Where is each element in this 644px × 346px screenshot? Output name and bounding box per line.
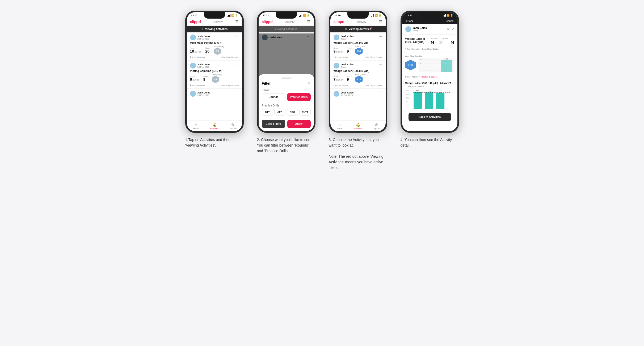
score-value-row-1: 10 OUT OF — [190, 49, 202, 53]
nav-home-1[interactable]: ⌂ Home — [187, 121, 205, 131]
user-name-2: Josh Coles — [197, 63, 210, 66]
score-label-3-1: Score — [334, 47, 343, 49]
banner-dimmed-2: Viewing Activities — [259, 26, 314, 32]
stat-quality-3-1: Shot Quality 130 — [355, 46, 365, 55]
close-modal-btn[interactable]: ✕ — [308, 81, 311, 86]
bar2-3 — [372, 15, 372, 17]
phone-column-3: 13:20 📶 🔋 clippd Ac — [326, 11, 390, 170]
battery-icon-4: 🔋 — [450, 14, 453, 17]
activity-card-3-3[interactable]: Josh Coles 28 Feb 2023 ··· — [330, 89, 386, 100]
detail-score-labels-4: Score Shots 9 OUT OF 9 — [431, 37, 454, 46]
activity-card-1[interactable]: Josh Coles 28 Feb 2023 ··· Must Make Put… — [187, 32, 242, 61]
avatar-3-3 — [334, 91, 339, 97]
score-label-1: Score — [190, 47, 202, 49]
svg-rect-18 — [436, 93, 444, 109]
app-drill-btn[interactable]: APP — [274, 109, 285, 116]
activity-card-3[interactable]: Josh Coles 28 Feb 2023 ··· — [187, 89, 242, 100]
rounds-filter-btn[interactable]: Rounds — [262, 93, 285, 101]
clear-filters-btn[interactable]: Clear Filters — [262, 120, 285, 128]
detail-actions-4: ✏ ⤢ — [447, 27, 454, 31]
time-2: 13:21 — [263, 14, 269, 17]
arg-drill-btn[interactable]: ARG — [287, 109, 298, 116]
score-val-3-1: 9 — [334, 49, 336, 53]
menu-icon-3[interactable]: ☰ — [379, 20, 382, 24]
signal-1 — [228, 14, 230, 17]
card-menu-3-2[interactable]: ··· — [379, 63, 382, 66]
avatar-3-1 — [334, 35, 339, 40]
putt-drill-btn[interactable]: PUTT — [299, 109, 310, 116]
viewing-banner-1[interactable]: ⚙ Viewing Activities — [187, 26, 242, 32]
activity-card-3-2[interactable]: Josh Coles Today ··· Wedge Ladder (100-1… — [330, 61, 386, 89]
ott-drill-btn[interactable]: OTT — [262, 109, 273, 116]
stat-score-3-2: Score 7 OUT OF — [334, 75, 343, 82]
user-info-3-3: Josh Coles 28 Feb 2023 — [334, 91, 354, 97]
signal-4 — [443, 14, 446, 17]
modal-header: Filter ✕ — [262, 81, 311, 86]
back-button-4[interactable]: < Back — [405, 20, 414, 23]
card-menu-3-1[interactable]: ··· — [379, 35, 382, 38]
score-labels-row-4: Score Shots — [431, 37, 454, 40]
user-name-3-1: Josh Coles — [341, 35, 354, 38]
menu-icon-1[interactable]: ☰ — [235, 20, 239, 24]
stat-quality-2: Shot Quality 45 — [212, 74, 222, 83]
viewing-banner-3[interactable]: ⚙ Viewing Activities — [330, 26, 386, 32]
cancel-button-4[interactable]: Cancel — [446, 20, 454, 23]
detail-user-details-4: Josh Coles Today — [413, 27, 427, 32]
modal-actions: Clear Filters Apply — [262, 120, 311, 128]
nav-activities-1[interactable]: ⛳ Activities — [205, 121, 224, 131]
score-val-2: 0 — [190, 77, 192, 82]
status-icons-2: 📶 🔋 — [299, 14, 310, 17]
user-date-3-3: 28 Feb 2023 — [341, 94, 354, 96]
nav-capture-label-3: Capture — [373, 127, 380, 130]
card-header-2: Josh Coles 28 Feb 2023 ··· — [190, 63, 239, 69]
nav-capture-3[interactable]: ⊕ Capture — [367, 121, 385, 131]
bar4-4 — [445, 14, 446, 17]
card-footer-3-1: ℹ Test Information Data: Clippd Capture — [334, 56, 382, 58]
phone-1: 13:20 📶 🔋 clippd Ac — [185, 11, 244, 133]
bar3-2 — [301, 15, 301, 17]
user-details-3: Josh Coles 28 Feb 2023 — [197, 91, 210, 96]
header-title-3: Activity — [357, 20, 366, 23]
nav-home-3[interactable]: ⌂ Home — [330, 121, 349, 131]
svg-text:50: 50 — [419, 63, 421, 64]
avatar-1 — [190, 35, 196, 40]
user-info-3-1: Josh Coles Today — [334, 35, 354, 40]
phone-1-screen: 13:20 📶 🔋 clippd Ac — [187, 12, 242, 131]
app-header-1: clippd Activity ☰ — [187, 18, 242, 26]
card-menu-2[interactable]: ··· — [235, 63, 239, 66]
activity-card-2[interactable]: Josh Coles 28 Feb 2023 ··· Putting Combi… — [187, 61, 242, 89]
edit-icon-4[interactable]: ✏ — [447, 27, 449, 31]
score-value-row-3-2: 7 OUT OF — [334, 77, 343, 82]
shots-val-2: 9 — [203, 77, 208, 82]
nav-activities-label-3: Activities — [354, 127, 362, 130]
time-1: 13:20 — [191, 14, 197, 17]
back-to-activities-btn-4[interactable]: Back to Activities — [409, 113, 451, 121]
nav-activities-3[interactable]: ⛳ Activities — [349, 121, 367, 131]
card-menu-1[interactable]: ··· — [235, 35, 239, 38]
apply-filter-btn[interactable]: Apply — [287, 120, 311, 128]
user-details-3-2: Josh Coles Today — [341, 63, 354, 68]
svg-text:0: 0 — [419, 69, 420, 70]
user-info-3: Josh Coles 28 Feb 2023 — [190, 91, 210, 97]
practice-drills-filter-btn[interactable]: Practice Drills — [287, 93, 311, 101]
banner-text-dim-2: Viewing Activities — [275, 28, 297, 31]
filter-modal: Filter ✕ Show Rounds Practice Drills Pra… — [259, 74, 314, 131]
nav-capture-1[interactable]: ⊕ Capture — [224, 121, 242, 131]
svg-text:100: 100 — [406, 97, 409, 99]
stat-shots-3-1: Shots 9 — [347, 47, 352, 53]
expand-icon-4[interactable]: ⤢ — [452, 27, 454, 31]
capture-icon-1: ⊕ — [231, 122, 234, 127]
card-menu-3[interactable]: ··· — [235, 91, 239, 95]
header-title-2: Activity — [285, 20, 294, 23]
score-value-row-3-1: 9 OUT OF — [334, 49, 343, 53]
practice-session-link-4[interactable]: Practice Session — [421, 76, 437, 78]
quality-label-3-2: Shot Quality — [355, 74, 365, 76]
svg-text:60: 60 — [406, 105, 408, 106]
user-details-3-3: Josh Coles 28 Feb 2023 — [341, 91, 354, 96]
card-menu-3-3[interactable]: ··· — [379, 91, 382, 95]
menu-icon-2[interactable]: ☰ — [307, 20, 310, 24]
shots-label-3-1: Shots — [347, 47, 352, 49]
status-bar-2: 13:21 📶 🔋 — [259, 12, 314, 18]
mini-chart-4: 130 APP 100 50 0 — [419, 58, 454, 72]
activity-card-3-1[interactable]: Josh Coles Today ··· Wedge Ladder (100-1… — [330, 32, 386, 61]
